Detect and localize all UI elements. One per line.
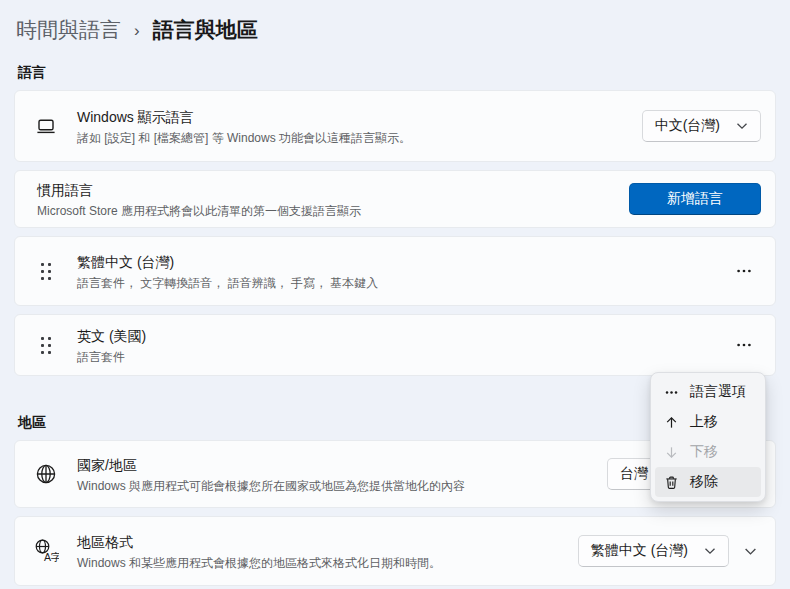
regional-format-dropdown[interactable]: 繁體中文 (台灣) (578, 535, 729, 567)
breadcrumb: 時間與語言 › 語言與地區 (16, 14, 776, 46)
menu-item-label: 移除 (690, 473, 718, 491)
breadcrumb-parent[interactable]: 時間與語言 (16, 15, 121, 45)
card-preferred-languages: 慣用語言 Microsoft Store 應用程式將會以此清單的第一個支援語言顯… (14, 170, 776, 228)
chevron-down-icon (736, 122, 748, 130)
svg-text:A字: A字 (44, 551, 59, 563)
laptop-icon (15, 114, 77, 138)
add-language-button[interactable]: 新增語言 (629, 183, 761, 215)
language-characters-icon: A字 (15, 538, 77, 564)
language-row-en-us: 英文 (美國) 語言套件 (14, 314, 776, 376)
preferred-languages-subtitle: Microsoft Store 應用程式將會以此清單的第一個支援語言顯示 (37, 203, 361, 219)
display-language-subtitle: 諸如 [設定] 和 [檔案總管] 等 Windows 功能會以這種語言顯示。 (77, 130, 411, 146)
menu-item-move-up[interactable]: 上移 (655, 407, 761, 437)
arrow-up-icon (663, 415, 679, 430)
language-options-context-menu: 語言選項 上移 下移 移除 (650, 372, 766, 502)
chevron-down-icon (744, 547, 757, 556)
language-row-subtitle: 語言套件， 文字轉換語音， 語音辨識， 手寫， 基本鍵入 (77, 275, 378, 291)
menu-item-language-options[interactable]: 語言選項 (655, 377, 761, 407)
regional-format-value: 繁體中文 (台灣) (591, 542, 688, 560)
menu-item-label: 上移 (690, 413, 718, 431)
language-row-zh-tw: 繁體中文 (台灣) 語言套件， 文字轉換語音， 語音辨識， 手寫， 基本鍵入 (14, 236, 776, 306)
menu-item-label: 語言選項 (690, 383, 746, 401)
language-row-subtitle: 語言套件 (77, 349, 146, 365)
menu-item-label: 下移 (690, 443, 718, 461)
drag-handle-icon[interactable] (41, 337, 51, 354)
card-windows-display-language: Windows 顯示語言 諸如 [設定] 和 [檔案總管] 等 Windows … (14, 90, 776, 162)
breadcrumb-separator-icon: › (134, 14, 140, 46)
page-title: 語言與地區 (153, 15, 258, 45)
globe-icon (15, 462, 77, 486)
regional-format-subtitle: Windows 和某些應用程式會根據您的地區格式來格式化日期和時間。 (77, 555, 441, 571)
more-icon (735, 262, 753, 280)
language-row-title: 繁體中文 (台灣) (77, 252, 378, 272)
drag-handle-icon[interactable] (41, 263, 51, 280)
display-language-value: 中文(台灣) (655, 117, 720, 135)
menu-item-remove[interactable]: 移除 (655, 467, 761, 497)
language-row-title: 英文 (美國) (77, 326, 146, 346)
chevron-down-icon (704, 547, 716, 555)
arrow-down-icon (663, 445, 679, 460)
expand-card-button[interactable] (739, 536, 761, 566)
section-language-title: 語言 (18, 62, 776, 82)
settings-page: { "breadcrumb": { "parent": "時間與語言", "se… (0, 0, 790, 589)
trash-icon (663, 475, 679, 490)
country-region-title: 國家/地區 (77, 455, 465, 475)
display-language-title: Windows 顯示語言 (77, 107, 411, 127)
more-options-button[interactable] (727, 330, 761, 360)
preferred-languages-title: 慣用語言 (37, 180, 361, 200)
more-icon (663, 385, 679, 400)
regional-format-title: 地區格式 (77, 532, 441, 552)
more-icon (735, 336, 753, 354)
menu-item-move-down[interactable]: 下移 (655, 437, 761, 467)
more-options-button[interactable] (727, 256, 761, 286)
card-regional-format: A字 地區格式 Windows 和某些應用程式會根據您的地區格式來格式化日期和時… (14, 516, 776, 586)
display-language-dropdown[interactable]: 中文(台灣) (642, 110, 761, 142)
country-region-value: 台灣 (620, 465, 648, 483)
country-region-subtitle: Windows 與應用程式可能會根據您所在國家或地區為您提供當地化的內容 (77, 478, 465, 494)
